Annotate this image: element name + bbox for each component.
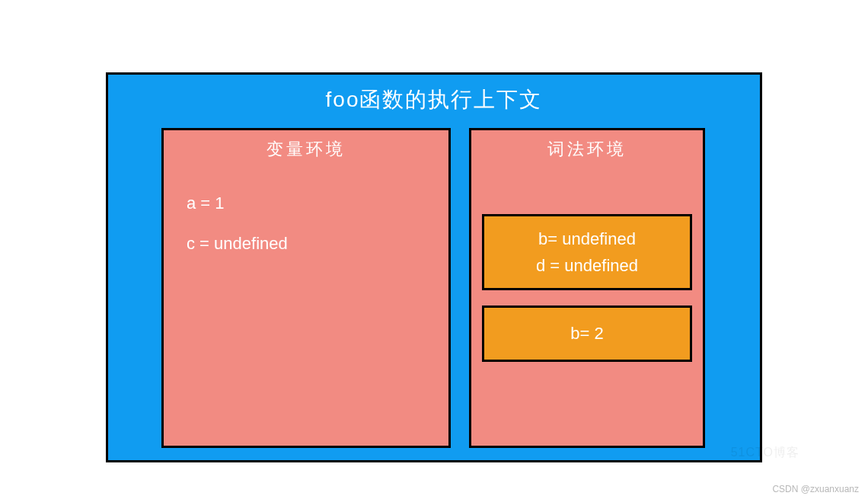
variable-environment-panel: 变量环境 a = 1 c = undefined (161, 128, 451, 448)
lex-line: b= 2 (490, 320, 684, 347)
variable-env-content: a = 1 c = undefined (174, 184, 438, 264)
lex-line: d = undefined (490, 252, 684, 279)
lexical-env-blocks: b= undefined d = undefined b= 2 (482, 214, 692, 362)
var-line: a = 1 (187, 184, 438, 224)
execution-context-box: foo函数的执行上下文 变量环境 a = 1 c = undefined 词法环… (106, 72, 762, 462)
lexical-block: b= undefined d = undefined (482, 214, 692, 290)
lex-line: b= undefined (490, 226, 684, 252)
var-line: c = undefined (187, 224, 438, 264)
lexical-env-title: 词法环境 (482, 138, 692, 161)
context-title: foo函数的执行上下文 (128, 85, 740, 114)
lexical-environment-panel: 词法环境 b= undefined d = undefined b= 2 (469, 128, 705, 448)
credit-watermark: CSDN @zxuanxuanz (772, 484, 859, 494)
lexical-block: b= 2 (482, 305, 692, 361)
faint-watermark: 51CTO博客 (731, 445, 799, 461)
variable-env-title: 变量环境 (174, 138, 438, 161)
panels-row: 变量环境 a = 1 c = undefined 词法环境 b= undefin… (128, 128, 740, 448)
